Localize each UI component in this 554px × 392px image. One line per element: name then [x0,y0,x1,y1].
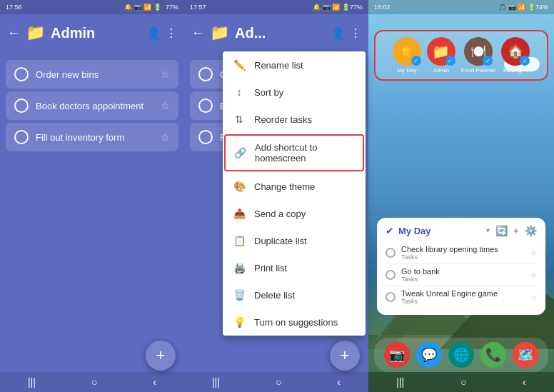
task-item[interactable]: Order new bins ☆ [6,60,178,89]
menu-item-suggestions[interactable]: 💡 Turn on suggestions [223,308,366,336]
shortcut-icon: 🔗 [234,147,246,159]
widget-task-sub: Tasks [401,253,525,261]
menu-item-duplicate[interactable]: 📋 Duplicate list [223,227,366,254]
homescreen-dock: 📷 💬 🌐 📞 🗺️ [374,338,548,372]
task-checkbox[interactable] [198,99,213,113]
nav-home-3[interactable]: ○ [460,376,466,388]
menu-item-delete[interactable]: 🗑️ Delete list [223,281,366,308]
menu-label-reorder: Reorder tasks [254,114,312,125]
task-item[interactable]: Book doctors appointment ☆ [6,91,178,120]
camera-icon: 📷 [389,347,405,363]
fab-1[interactable]: + [146,341,176,371]
more-icon-1[interactable]: ⋮ [166,26,177,40]
refresh-icon[interactable]: 🔄 [495,225,508,236]
app-icon-food[interactable]: 🍽️ ✓ Food Planner [461,37,495,74]
more-icon-2[interactable]: ⋮ [350,26,361,40]
phone-icon: 📞 [485,347,501,363]
app-icon-myday[interactable]: ☀️ ✓ My Day [393,37,421,74]
dock-maps-app[interactable]: 🗺️ [513,342,538,368]
task-item[interactable]: Fill out inventory form ☆ [6,123,178,151]
widget-task-star[interactable]: ☆ [530,271,537,279]
app-icon-label-admin: Admin [433,67,450,74]
rename-icon: ✏️ [233,59,246,71]
task-checkbox[interactable] [198,67,213,81]
bottom-nav-2: ||| ○ ‹ [184,372,368,392]
widget-task-row: Tweak Unreal Engine game Tasks ☆ [386,289,537,305]
panel-2: 17:57 🔔 📷 📶 🔋77% ← 📁 Ad... 👤 ⋮ Orde... ☆… [184,0,368,392]
menu-item-sendcopy[interactable]: 📤 Send a copy [223,200,366,227]
share-icon-1[interactable]: 👤 [147,26,161,40]
menu-item-rename[interactable]: ✏️ Rename list [223,51,366,79]
dock-messages-app[interactable]: 💬 [416,342,442,368]
task-star[interactable]: ☆ [161,131,170,143]
menu-label-sort: Sort by [254,87,283,98]
menu-item-sort[interactable]: ↕ Sort by [223,79,366,106]
back-icon-2[interactable]: ← [191,26,204,41]
nav-menu-2[interactable]: ||| [212,376,220,388]
menu-item-shortcut[interactable]: 🔗 Add shortcut to homescreen [224,134,364,171]
dock-camera-app[interactable]: 📷 [384,342,410,368]
duplicate-icon: 📋 [233,235,246,246]
back-icon-1[interactable]: ← [7,26,20,41]
share-icon-2[interactable]: 👤 [331,26,346,40]
widget-title: My Day [398,226,480,236]
widget-task-checkbox[interactable] [386,292,396,302]
task-checkbox[interactable] [14,99,29,113]
nav-menu-3[interactable]: ||| [396,376,404,388]
menu-item-reorder[interactable]: ⇅ Reorder tasks [223,106,366,133]
widget-task-star[interactable]: ☆ [530,293,537,301]
task-star[interactable]: ☆ [161,69,170,80]
nav-back-1[interactable]: ‹ [153,376,156,388]
widget-task-checkbox[interactable] [386,248,396,258]
menu-item-print[interactable]: 🖨️ Print list [223,254,366,281]
status-time-3: 18:02 [374,4,391,11]
status-icons-2: 🔔 📷 📶 🔋77% [313,4,363,11]
status-time-1: 17:56 [6,4,22,11]
app-icon-label-myday: My Day [397,67,416,74]
status-time-2: 17:57 [190,4,206,11]
task-star[interactable]: ☆ [161,100,170,111]
task-checkbox[interactable] [14,67,29,81]
messages-icon: 💬 [421,347,437,363]
folder-icon-2: 📁 [210,24,229,42]
nav-back-3[interactable]: ‹ [523,376,526,388]
header-2: ← 📁 Ad... 👤 ⋮ [184,14,368,51]
widget-task-item[interactable]: Check library opening times Tasks ☆ [386,242,537,264]
bottom-nav-3: ||| ○ ‹ [368,372,554,392]
food-badge: ✓ [483,56,493,66]
widget-task-item[interactable]: Go to bank Tasks ☆ [386,264,537,286]
delete-icon: 🗑️ [233,289,246,301]
header-1: ← 📁 Admin 👤 ⋮ [0,14,184,51]
app-icon-circle-food: 🍽️ ✓ [464,37,493,66]
settings-icon[interactable]: ⚙️ [525,225,537,236]
maps-icon: 🗺️ [518,347,533,363]
widget-task-checkbox[interactable] [386,270,396,280]
app-icon-label-movingin: Moving in [503,67,528,74]
sendcopy-icon: 📤 [233,208,246,219]
status-icons-1: 🔔 📷 📶 🔋77% [124,4,178,11]
app-icon-movingin[interactable]: 🏠 ✓ Moving in [501,37,530,74]
menu-label-delete: Delete list [254,290,295,301]
menu-label-sendcopy: Send a copy [254,208,306,219]
nav-home-1[interactable]: ○ [91,376,97,388]
widget-task-star[interactable]: ☆ [530,249,537,257]
nav-back-2[interactable]: ‹ [337,376,341,388]
homescreen-content: 18:02 🎵 📷 📶 🔋74% ☀️ ✓ My Day 📁 ✓ [368,0,554,392]
menu-label-duplicate: Duplicate list [254,236,307,246]
nav-menu-1[interactable]: ||| [28,376,36,388]
widget-task-name: Check library opening times [401,245,525,253]
widget-task-item[interactable]: Tweak Unreal Engine game Tasks ☆ [386,286,537,308]
widget-task-row: Go to bank Tasks ☆ [386,267,537,283]
dock-browser-app[interactable]: 🌐 [448,342,474,368]
app-icon-admin[interactable]: 📁 ✓ Admin [427,37,455,74]
widget-task-content: Check library opening times Tasks [401,245,525,261]
header-actions-1: 👤 ⋮ [147,26,177,40]
fab-2[interactable]: + [330,341,360,371]
task-checkbox[interactable] [198,130,213,144]
nav-home-2[interactable]: ○ [276,376,281,388]
menu-item-theme[interactable]: 🎨 Change theme [223,173,366,200]
dock-phone-app[interactable]: 📞 [480,342,506,368]
task-checkbox[interactable] [14,130,29,144]
add-icon[interactable]: + [513,225,519,236]
menu-label-shortcut: Add shortcut to homescreen [255,142,354,164]
